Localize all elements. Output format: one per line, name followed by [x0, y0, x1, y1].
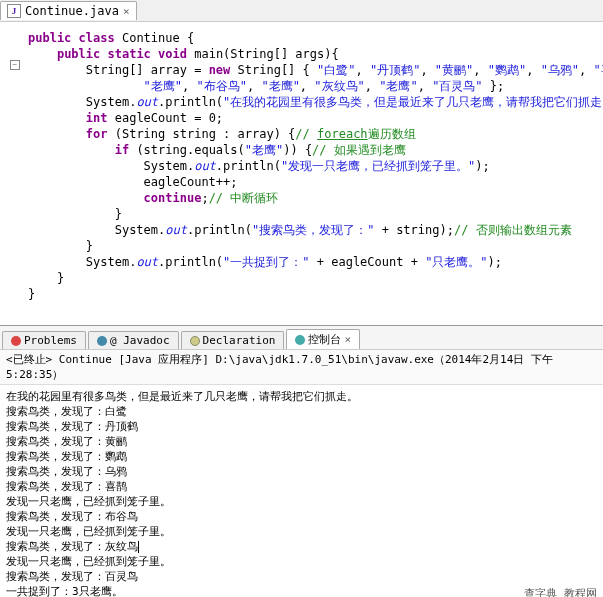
bottom-tab-bar: Problems @ Javadoc Declaration 控制台 × — [0, 326, 603, 350]
fold-toggle-icon[interactable] — [10, 60, 20, 70]
console-line: 发现一只老鹰，已经抓到笼子里。 — [6, 524, 597, 539]
console-line: 搜索鸟类，发现了：布谷鸟 — [6, 509, 597, 524]
editor-tab-bar: J Continue.java × — [0, 0, 603, 22]
console-line: 发现一只老鹰，已经抓到笼子里。 — [6, 554, 597, 569]
console-line: 搜索鸟类，发现了：灰纹鸟 — [6, 539, 597, 554]
tab-problems[interactable]: Problems — [2, 331, 86, 349]
console-output[interactable]: 在我的花园里有很多鸟类，但是最近来了几只老鹰，请帮我把它们抓走。搜索鸟类，发现了… — [0, 385, 603, 597]
console-line: 搜索鸟类，发现了：白鹭 — [6, 404, 597, 419]
java-file-icon: J — [7, 4, 21, 18]
console-line: 搜索鸟类，发现了：丹顶鹤 — [6, 419, 597, 434]
console-header: <已终止> Continue [Java 应用程序] D:\java\jdk1.… — [0, 350, 603, 385]
console-line: 搜索鸟类，发现了：乌鸦 — [6, 464, 597, 479]
close-icon[interactable]: × — [344, 333, 351, 346]
console-line: 搜索鸟类，发现了：鹦鹉 — [6, 449, 597, 464]
tab-javadoc[interactable]: @ Javadoc — [88, 331, 179, 349]
console-line: 搜索鸟类，发现了：喜鹊 — [6, 479, 597, 494]
problems-icon — [11, 336, 21, 346]
tab-console[interactable]: 控制台 × — [286, 329, 360, 349]
console-line: 一共捉到了：3只老鹰。 — [6, 584, 597, 597]
console-icon — [295, 335, 305, 345]
console-line: 在我的花园里有很多鸟类，但是最近来了几只老鹰，请帮我把它们抓走。 — [6, 389, 597, 404]
console-line: 搜索鸟类，发现了：百灵鸟 — [6, 569, 597, 584]
javadoc-icon — [97, 336, 107, 346]
code-editor[interactable]: public class Continue { public static vo… — [0, 22, 603, 326]
file-tab-label: Continue.java — [25, 4, 119, 18]
tab-declaration[interactable]: Declaration — [181, 331, 285, 349]
close-icon[interactable]: × — [123, 5, 130, 18]
file-tab-continue[interactable]: J Continue.java × — [0, 1, 137, 20]
watermark: 查字典 教程网 — [524, 586, 597, 597]
declaration-icon — [190, 336, 200, 346]
console-line: 搜索鸟类，发现了：黄鹂 — [6, 434, 597, 449]
console-line: 发现一只老鹰，已经抓到笼子里。 — [6, 494, 597, 509]
